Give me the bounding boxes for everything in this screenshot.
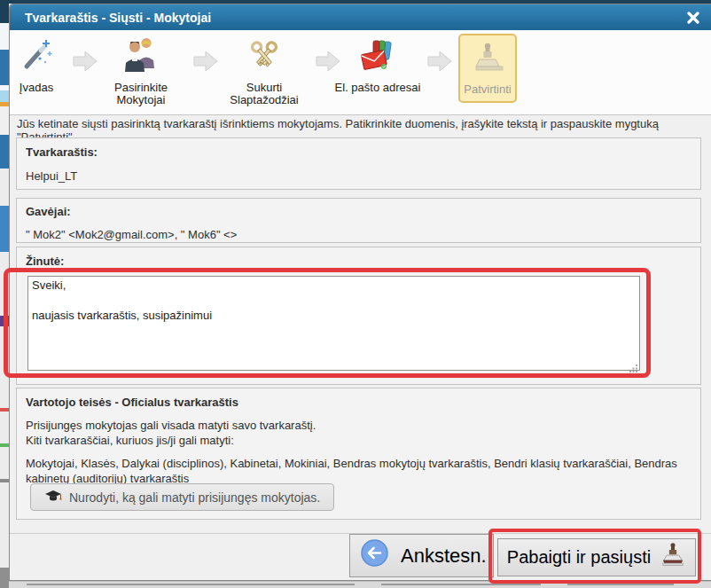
underlying-page-bottom-edge (9, 581, 711, 588)
message-label: Žinutė: (26, 255, 691, 268)
permissions-line1: Prisijungęs mokytojas gali visada matyti… (26, 418, 691, 433)
message-textarea[interactable]: Sveiki, naujasis tvarkaraštis, susipažin… (27, 276, 640, 371)
stamp-icon (460, 41, 515, 80)
previous-button[interactable]: Ankstesn. (349, 534, 494, 577)
specify-visibility-label: Nurodyti, ką gali matyti prisijungęs mok… (69, 490, 320, 505)
email-icon (329, 37, 426, 78)
step-label: Įvadas (12, 82, 61, 95)
schedule-label: Tvarkaraštis: (26, 145, 691, 159)
schedule-box: Tvarkaraštis: Helpui_LT (16, 137, 701, 190)
recipients-box: Gavėjai: " Mok2" <Mok2@gmail.com>, " Mok… (16, 198, 701, 243)
permissions-items: Mokytojai, Klasės, Dalykai (disciplinos)… (26, 456, 691, 486)
teachers-icon (95, 37, 187, 78)
step-patvirtinti-active[interactable]: Patvirtinti (458, 34, 517, 103)
step-ivadas[interactable]: Įvadas (12, 35, 61, 94)
permissions-line2: Kiti tvarkaraščiai, kuriuos jis/ji gali … (26, 433, 691, 448)
permissions-box: Vartotojo teisės - Oficialus tvarkarašti… (16, 388, 701, 520)
graduation-cap-icon (44, 490, 62, 506)
dialog-title: Tvarkaraštis - Siųsti - Mokytojai (25, 11, 211, 25)
specify-visibility-button[interactable]: Nurodyti, ką gali matyti prisijungęs mok… (30, 483, 334, 511)
message-box: Žinutė: Sveiki, naujasis tvarkaraštis, s… (16, 247, 701, 385)
step-label: Patvirtinti (460, 83, 515, 97)
step-el-pasto-adresai[interactable]: El. pašto adresai (329, 35, 426, 94)
back-arrow-icon (361, 539, 388, 572)
finish-and-send-button[interactable]: Pabaigti ir pasiųsti (497, 538, 696, 576)
dialog-titlebar: Tvarkaraštis - Siųsti - Mokytojai (10, 4, 711, 30)
send-schedule-dialog: Tvarkaraštis - Siųsti - Mokytojai (9, 4, 711, 581)
previous-button-label: Ankstesn. (401, 545, 487, 568)
stamp-icon (660, 542, 686, 573)
step-sukurti-slaptazodziai[interactable]: Sukurti Slaptažodžiai (215, 35, 313, 107)
close-icon[interactable] (687, 12, 699, 24)
permissions-title: Vartotojo teisės - Oficialus tvarkarašti… (26, 396, 691, 409)
step-arrow-icon (426, 50, 453, 76)
keys-icon (215, 37, 313, 78)
finish-button-label: Pabaigti ir pasiųsti (507, 547, 651, 568)
resize-handle-icon[interactable] (629, 360, 638, 376)
magic-wand-icon (12, 37, 61, 78)
wizard-steps-bar: Įvadas Pasirinkite Mok (10, 30, 711, 115)
recipients-value: " Mok2" <Mok2@gmail.com>, " Mok6" <> (26, 228, 691, 241)
recipients-label: Gavėjai: (26, 205, 691, 218)
step-pasirinkite-mokytojai[interactable]: Pasirinkite Mokytojai (95, 35, 187, 107)
screenshot-stage: Tvarkaraštis - Siųsti - Mokytojai (0, 0, 711, 588)
step-label: El. pašto adresai (329, 82, 426, 95)
step-label: Sukurti Slaptažodžiai (215, 82, 313, 107)
step-label: Pasirinkite Mokytojai (95, 82, 187, 107)
schedule-value: Helpui_LT (26, 169, 691, 183)
